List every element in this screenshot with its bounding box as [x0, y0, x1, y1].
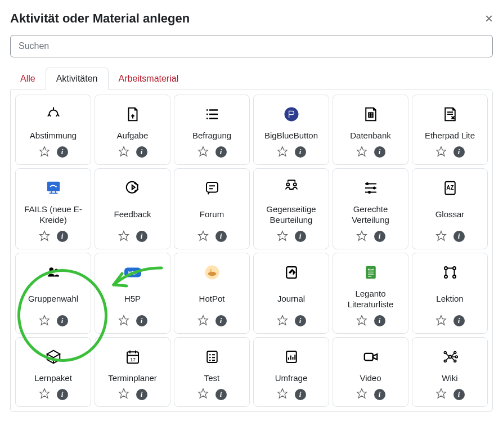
- tab-all[interactable]: Alle: [10, 68, 46, 90]
- activity-panel: Abstimmung i Aufgabe i Befragung i BigBl…: [10, 89, 493, 412]
- info-button[interactable]: i: [295, 231, 306, 242]
- info-button[interactable]: i: [215, 315, 227, 326]
- info-button[interactable]: i: [57, 146, 68, 158]
- favorite-button[interactable]: [197, 146, 209, 159]
- favorite-button[interactable]: [39, 315, 50, 328]
- tab-activities[interactable]: Aktivitäten: [46, 68, 109, 90]
- info-button[interactable]: i: [453, 389, 465, 400]
- favorite-button[interactable]: [39, 388, 50, 401]
- activity-label: Leganto Literaturliste: [336, 288, 405, 310]
- favorite-button[interactable]: [118, 146, 129, 159]
- activity-card-hotpot[interactable]: HotPot i: [174, 253, 250, 334]
- info-button[interactable]: i: [215, 146, 227, 158]
- card-actions: i: [435, 230, 465, 243]
- info-button[interactable]: i: [136, 389, 147, 400]
- info-button[interactable]: i: [453, 315, 465, 326]
- activity-card-glossary[interactable]: Glossar i: [412, 168, 488, 249]
- card-actions: i: [277, 388, 306, 401]
- favorite-button[interactable]: [277, 230, 288, 243]
- ratingalloc-icon: [362, 178, 379, 198]
- activity-card-wiki[interactable]: Wiki i: [412, 337, 488, 407]
- info-button[interactable]: i: [453, 146, 465, 158]
- activity-label: Datenbank: [350, 130, 391, 141]
- info-button[interactable]: i: [374, 389, 385, 400]
- favorite-button[interactable]: [435, 315, 447, 328]
- activity-card-scorm[interactable]: Lernpaket i: [15, 337, 91, 407]
- activity-card-lesson[interactable]: Lektion i: [412, 253, 488, 334]
- info-button[interactable]: i: [57, 231, 68, 242]
- info-button[interactable]: i: [374, 315, 385, 326]
- activity-card-fails[interactable]: FAILS (neue E-Kreide) i: [15, 168, 91, 249]
- info-button[interactable]: i: [136, 231, 147, 242]
- favorite-button[interactable]: [197, 230, 209, 243]
- activity-card-ratingalloc[interactable]: Gerechte Verteilung i: [333, 168, 408, 249]
- card-actions: i: [356, 146, 385, 159]
- activity-chooser-modal: Aktivität oder Material anlegen × Alle A…: [0, 0, 503, 420]
- activity-card-h5p[interactable]: H5P i: [95, 253, 170, 334]
- card-actions: i: [435, 388, 465, 401]
- activity-card-workshop[interactable]: Gegenseitige Beurteilung i: [253, 168, 329, 249]
- info-button[interactable]: i: [215, 389, 227, 400]
- favorite-button[interactable]: [277, 315, 288, 328]
- favorite-button[interactable]: [356, 315, 367, 328]
- favorite-button[interactable]: [435, 230, 447, 243]
- card-actions: i: [118, 146, 147, 159]
- activity-card-quiz[interactable]: Test i: [174, 337, 250, 407]
- favorite-button[interactable]: [277, 146, 288, 159]
- activity-card-leganto[interactable]: Leganto Literaturliste i: [333, 253, 408, 334]
- glossary-icon: [442, 178, 459, 198]
- info-button[interactable]: i: [374, 146, 385, 158]
- activity-card-feedback[interactable]: Feedback i: [95, 168, 170, 249]
- card-actions: i: [277, 315, 306, 328]
- activity-card-journal[interactable]: Journal i: [253, 253, 329, 334]
- activity-label: FAILS (neue E-Kreide): [19, 204, 87, 226]
- activity-label: Gerechte Verteilung: [336, 204, 405, 226]
- activity-card-choice[interactable]: Abstimmung i: [15, 95, 91, 165]
- activity-card-survey[interactable]: Umfrage i: [253, 337, 329, 407]
- favorite-button[interactable]: [197, 315, 209, 328]
- favorite-button[interactable]: [435, 388, 447, 401]
- favorite-button[interactable]: [118, 315, 129, 328]
- info-button[interactable]: i: [136, 315, 147, 326]
- favorite-button[interactable]: [356, 388, 367, 401]
- activity-card-bbb[interactable]: BigBlueButton i: [253, 95, 329, 165]
- database-icon: [362, 104, 379, 124]
- tab-resources[interactable]: Arbeitsmaterial: [109, 68, 189, 90]
- search-input[interactable]: [10, 35, 493, 57]
- favorite-button[interactable]: [39, 230, 50, 243]
- activity-label: Befragung: [192, 130, 231, 141]
- activity-card-assign[interactable]: Aufgabe i: [95, 95, 170, 165]
- info-button[interactable]: i: [295, 146, 306, 158]
- favorite-button[interactable]: [118, 230, 129, 243]
- info-button[interactable]: i: [453, 231, 465, 242]
- activity-card-scheduler[interactable]: Terminplaner i: [95, 337, 170, 407]
- activity-card-video[interactable]: Video i: [333, 337, 408, 407]
- card-actions: i: [39, 230, 68, 243]
- favorite-button[interactable]: [197, 388, 209, 401]
- info-button[interactable]: i: [57, 315, 68, 326]
- favorite-button[interactable]: [356, 146, 367, 159]
- bbb-icon: [283, 104, 300, 124]
- activity-card-database[interactable]: Datenbank i: [333, 95, 408, 165]
- favorite-button[interactable]: [277, 388, 288, 401]
- survey-icon: [283, 347, 300, 367]
- info-button[interactable]: i: [295, 389, 306, 400]
- activity-card-group[interactable]: Gruppenwahl i: [15, 253, 91, 334]
- info-button[interactable]: i: [374, 231, 385, 242]
- info-button[interactable]: i: [295, 315, 306, 326]
- activity-label: Journal: [277, 288, 305, 310]
- card-actions: i: [435, 146, 465, 159]
- activity-card-etherpad[interactable]: Etherpad Lite i: [412, 95, 488, 165]
- activity-card-question[interactable]: Befragung i: [174, 95, 250, 165]
- modal-title: Aktivität oder Material anlegen: [10, 11, 190, 26]
- info-button[interactable]: i: [57, 389, 68, 400]
- activity-card-forum[interactable]: Forum i: [174, 168, 250, 249]
- favorite-button[interactable]: [118, 388, 129, 401]
- close-button[interactable]: ×: [485, 12, 493, 25]
- info-button[interactable]: i: [136, 146, 147, 158]
- favorite-button[interactable]: [39, 146, 50, 159]
- favorite-button[interactable]: [356, 230, 367, 243]
- info-button[interactable]: i: [215, 231, 227, 242]
- workshop-icon: [283, 178, 300, 198]
- favorite-button[interactable]: [435, 146, 447, 159]
